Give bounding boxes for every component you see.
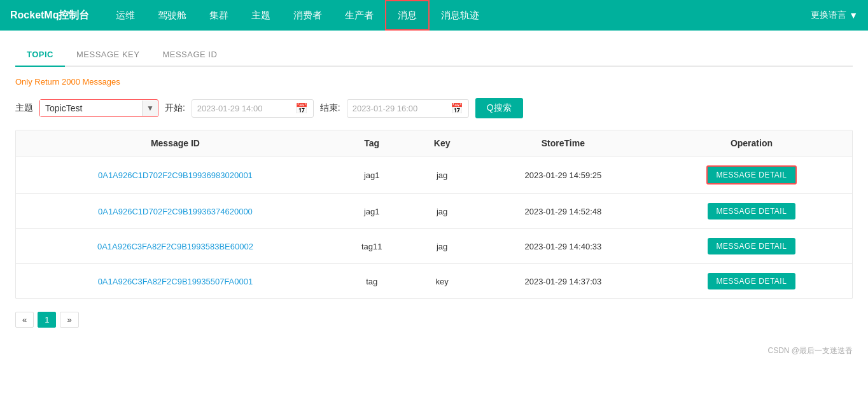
language-label: 更换语言 bbox=[811, 10, 846, 21]
nav-item-dashboard[interactable]: 驾驶舱 bbox=[146, 0, 198, 31]
topic-input[interactable] bbox=[40, 100, 142, 116]
navbar: RocketMq控制台 运维 驾驶舱 集群 主题 消费者 生产者 消息 消息轨迹… bbox=[0, 0, 868, 31]
message-id-link[interactable]: 0A1A926C1D702F2C9B19936983020001 bbox=[98, 171, 253, 180]
operation-cell: MESSAGE DETAIL bbox=[651, 157, 852, 194]
topic-label: 主题 bbox=[15, 102, 33, 114]
tab-message-id[interactable]: MESSAGE ID bbox=[151, 43, 228, 67]
nav-item-trace[interactable]: 消息轨迹 bbox=[430, 0, 491, 31]
nav-item-message[interactable]: 消息 bbox=[385, 0, 430, 31]
storetime-cell: 2023-01-29 14:59:25 bbox=[475, 157, 651, 194]
tab-bar: TOPIC MESSAGE KEY MESSAGE ID bbox=[15, 43, 853, 67]
operation-cell: MESSAGE DETAIL bbox=[651, 194, 852, 229]
key-cell: key bbox=[409, 264, 475, 299]
operation-cell: MESSAGE DETAIL bbox=[651, 264, 852, 299]
tag-cell: jag1 bbox=[335, 157, 409, 194]
col-header-key: Key bbox=[409, 130, 475, 157]
message-id-link[interactable]: 0A1A926C3FA82F2C9B1993583BE60002 bbox=[97, 242, 253, 251]
end-label: 结束: bbox=[320, 102, 340, 114]
tab-message-key[interactable]: MESSAGE KEY bbox=[65, 43, 151, 67]
language-switcher[interactable]: 更换语言 ▼ bbox=[811, 10, 858, 21]
table-row: 0A1A926C1D702F2C9B19936374620000jag1jag2… bbox=[16, 194, 852, 229]
message-detail-button[interactable]: MESSAGE DETAIL bbox=[708, 273, 796, 289]
tag-cell: tag bbox=[335, 264, 409, 299]
message-table-wrapper: Message ID Tag Key StoreTime Operation 0… bbox=[15, 130, 853, 299]
operation-cell: MESSAGE DETAIL bbox=[651, 229, 852, 264]
table-header: Message ID Tag Key StoreTime Operation bbox=[16, 130, 852, 157]
filter-bar: 主题 ▼ 开始: 📅 结束: 📅 Q搜索 bbox=[15, 98, 853, 118]
table-row: 0A1A926C3FA82F2C9B19935507FA0001tagkey20… bbox=[16, 264, 852, 299]
message-detail-button[interactable]: MESSAGE DETAIL bbox=[708, 238, 796, 254]
col-header-storetime: StoreTime bbox=[475, 130, 651, 157]
prev-page-button[interactable]: « bbox=[15, 312, 34, 328]
message-id-cell: 0A1A926C3FA82F2C9B1993583BE60002 bbox=[16, 229, 335, 264]
start-date-wrapper: 📅 bbox=[192, 99, 314, 118]
message-table: Message ID Tag Key StoreTime Operation 0… bbox=[16, 130, 852, 298]
next-page-button[interactable]: » bbox=[60, 312, 78, 328]
table-row: 0A1A926C1D702F2C9B19936983020001jag1jag2… bbox=[16, 157, 852, 194]
main-content: TOPIC MESSAGE KEY MESSAGE ID Only Return… bbox=[0, 31, 868, 374]
tab-topic[interactable]: TOPIC bbox=[15, 43, 65, 67]
storetime-cell: 2023-01-29 14:40:33 bbox=[475, 229, 651, 264]
col-header-message-id: Message ID bbox=[16, 130, 335, 157]
table-body: 0A1A926C1D702F2C9B19936983020001jag1jag2… bbox=[16, 157, 852, 299]
nav-item-producer[interactable]: 生产者 bbox=[333, 0, 385, 31]
table-row: 0A1A926C3FA82F2C9B1993583BE60002tag11jag… bbox=[16, 229, 852, 264]
nav-item-consumer[interactable]: 消费者 bbox=[282, 0, 333, 31]
nav-item-yunwei[interactable]: 运维 bbox=[104, 0, 146, 31]
nav-item-topic[interactable]: 主题 bbox=[240, 0, 282, 31]
search-button[interactable]: Q搜索 bbox=[475, 98, 523, 118]
key-cell: jag bbox=[409, 194, 475, 229]
start-label: 开始: bbox=[165, 102, 185, 114]
message-detail-button[interactable]: MESSAGE DETAIL bbox=[708, 203, 796, 219]
col-header-tag: Tag bbox=[335, 130, 409, 157]
end-date-wrapper: 📅 bbox=[347, 99, 469, 118]
message-id-cell: 0A1A926C3FA82F2C9B19935507FA0001 bbox=[16, 264, 335, 299]
end-date-input[interactable] bbox=[353, 104, 448, 113]
pagination: « 1 » bbox=[15, 312, 853, 328]
topic-select-wrapper: ▼ bbox=[39, 99, 158, 117]
footer-note: CSDN @最后一支迷迭香 bbox=[15, 340, 853, 361]
nav-items: 运维 驾驶舱 集群 主题 消费者 生产者 消息 消息轨迹 bbox=[104, 0, 811, 31]
storetime-cell: 2023-01-29 14:37:03 bbox=[475, 264, 651, 299]
storetime-cell: 2023-01-29 14:52:48 bbox=[475, 194, 651, 229]
key-cell: jag bbox=[409, 157, 475, 194]
key-cell: jag bbox=[409, 229, 475, 264]
tag-cell: jag1 bbox=[335, 194, 409, 229]
end-calendar-icon[interactable]: 📅 bbox=[451, 102, 463, 115]
start-date-input[interactable] bbox=[197, 104, 293, 113]
page-1-button[interactable]: 1 bbox=[38, 312, 56, 328]
col-header-operation: Operation bbox=[651, 130, 852, 157]
message-id-link[interactable]: 0A1A926C1D702F2C9B19936374620000 bbox=[98, 207, 253, 216]
message-id-link[interactable]: 0A1A926C3FA82F2C9B19935507FA0001 bbox=[98, 277, 253, 286]
dropdown-arrow-icon: ▼ bbox=[849, 10, 858, 20]
tag-cell: tag11 bbox=[335, 229, 409, 264]
message-id-cell: 0A1A926C1D702F2C9B19936374620000 bbox=[16, 194, 335, 229]
notice-text: Only Return 2000 Messages bbox=[15, 77, 853, 87]
brand: RocketMq控制台 bbox=[10, 9, 89, 22]
nav-item-cluster[interactable]: 集群 bbox=[198, 0, 240, 31]
message-detail-button[interactable]: MESSAGE DETAIL bbox=[706, 165, 797, 185]
message-id-cell: 0A1A926C1D702F2C9B19936983020001 bbox=[16, 157, 335, 194]
topic-dropdown-arrow-icon[interactable]: ▼ bbox=[142, 101, 158, 116]
start-calendar-icon[interactable]: 📅 bbox=[295, 102, 308, 115]
